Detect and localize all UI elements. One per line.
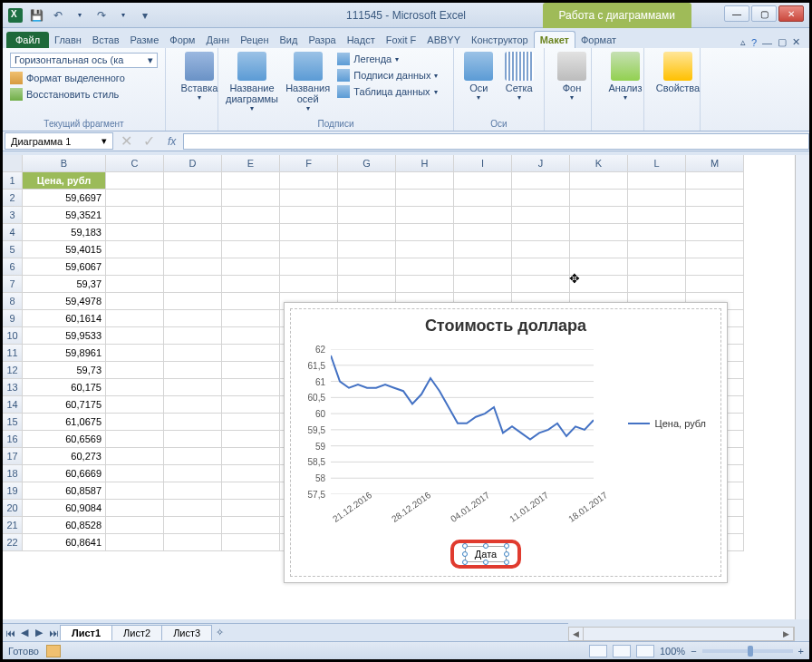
data-labels-button[interactable]: Подписи данных ▾	[337, 68, 446, 83]
cell-D10[interactable]	[164, 327, 222, 345]
workbook-min[interactable]: —	[762, 37, 772, 48]
chart-title[interactable]: Стоимость доллара	[291, 309, 720, 339]
cell-J4[interactable]	[512, 224, 570, 241]
cell-C14[interactable]	[106, 396, 164, 414]
col-header-D[interactable]: D	[164, 155, 222, 172]
cell-J1[interactable]	[512, 172, 570, 190]
tab-abbyy[interactable]: ABBYY	[421, 32, 466, 48]
cell-E12[interactable]	[222, 362, 280, 379]
fx-icon[interactable]: fx	[160, 135, 183, 148]
legend-button[interactable]: Легенда ▾	[337, 52, 446, 66]
chart-title-button[interactable]: Название диаграммы▾	[226, 52, 278, 112]
cell-M4[interactable]	[686, 224, 744, 241]
sheet-tab-3[interactable]: Лист3	[161, 625, 212, 640]
cell-C5[interactable]	[106, 241, 164, 258]
collapse-ribbon-icon[interactable]: ▵	[740, 36, 746, 48]
cell-B19[interactable]: 60,8587	[23, 482, 106, 500]
cell-E10[interactable]	[222, 327, 280, 345]
col-header-G[interactable]: G	[338, 155, 396, 172]
row-header-12[interactable]: 12	[3, 362, 23, 379]
cell-L1[interactable]	[628, 172, 686, 190]
cell-B16[interactable]: 60,6569	[23, 431, 106, 448]
cell-I1[interactable]	[454, 172, 512, 190]
tab-nav-prev[interactable]: ◀	[17, 626, 32, 640]
row-header-20[interactable]: 20	[3, 500, 23, 517]
cell-L5[interactable]	[628, 241, 686, 258]
cell-J3[interactable]	[512, 207, 570, 224]
cell-E17[interactable]	[222, 448, 280, 465]
cell-E18[interactable]	[222, 465, 280, 482]
view-pagebreak[interactable]	[636, 645, 654, 657]
cell-B21[interactable]: 60,8528	[23, 517, 106, 534]
cell-L2[interactable]	[628, 190, 686, 207]
row-header-17[interactable]: 17	[3, 448, 23, 465]
cell-B10[interactable]: 59,9533	[23, 327, 106, 345]
col-header-C[interactable]: C	[106, 155, 164, 172]
cell-M7[interactable]	[686, 276, 744, 293]
formula-input[interactable]	[183, 133, 809, 150]
cell-C12[interactable]	[106, 362, 164, 379]
redo-dropdown[interactable]: ▾	[115, 7, 131, 24]
workbook-max[interactable]: ▢	[778, 36, 787, 48]
cell-C1[interactable]	[106, 172, 164, 190]
row-header-16[interactable]: 16	[3, 431, 23, 448]
properties-button[interactable]: Свойства	[652, 52, 704, 93]
cell-E2[interactable]	[222, 190, 280, 207]
row-header-19[interactable]: 19	[3, 482, 23, 500]
cell-I2[interactable]	[454, 190, 512, 207]
cell-E20[interactable]	[222, 500, 280, 517]
cell-E15[interactable]	[222, 414, 280, 431]
zoom-percent[interactable]: 100%	[660, 646, 685, 657]
chart-element-selector[interactable]: Горизонтальная ось (ка▾	[10, 52, 158, 69]
cell-G4[interactable]	[338, 224, 396, 241]
cell-H7[interactable]	[396, 276, 454, 293]
cell-D8[interactable]	[164, 293, 222, 310]
view-pagelayout[interactable]	[613, 645, 631, 657]
cell-B1[interactable]: Цена, рубл	[23, 172, 106, 190]
cell-L4[interactable]	[628, 224, 686, 241]
cell-C13[interactable]	[106, 379, 164, 396]
format-selection[interactable]: Формат выделенного	[10, 71, 158, 85]
cell-B9[interactable]: 60,1614	[23, 310, 106, 327]
row-header-1[interactable]: 1	[3, 172, 23, 190]
cell-G6[interactable]	[338, 258, 396, 276]
cell-B3[interactable]: 59,3521	[23, 207, 106, 224]
row-header-8[interactable]: 8	[3, 293, 23, 310]
cell-G2[interactable]	[338, 190, 396, 207]
cell-D18[interactable]	[164, 465, 222, 482]
cell-G7[interactable]	[338, 276, 396, 293]
cell-B6[interactable]: 59,6067	[23, 258, 106, 276]
cell-E7[interactable]	[222, 276, 280, 293]
cell-D14[interactable]	[164, 396, 222, 414]
cell-K4[interactable]	[570, 224, 628, 241]
tab-nav-next[interactable]: ▶	[32, 626, 46, 640]
cell-E5[interactable]	[222, 241, 280, 258]
cell-D16[interactable]	[164, 431, 222, 448]
cell-L7[interactable]	[628, 276, 686, 293]
cell-C7[interactable]	[106, 276, 164, 293]
cell-K3[interactable]	[570, 207, 628, 224]
cell-L3[interactable]	[628, 207, 686, 224]
cell-E22[interactable]	[222, 534, 280, 551]
cell-C18[interactable]	[106, 465, 164, 482]
cell-D2[interactable]	[164, 190, 222, 207]
undo-icon[interactable]: ↶	[50, 7, 66, 24]
row-header-9[interactable]: 9	[3, 310, 23, 327]
row-header-11[interactable]: 11	[3, 345, 23, 362]
cell-F3[interactable]	[280, 207, 338, 224]
cell-K5[interactable]	[570, 241, 628, 258]
cell-C22[interactable]	[106, 534, 164, 551]
cell-E19[interactable]	[222, 482, 280, 500]
cell-D3[interactable]	[164, 207, 222, 224]
cell-J7[interactable]	[512, 276, 570, 293]
cell-C19[interactable]	[106, 482, 164, 500]
plot-area[interactable]	[331, 349, 594, 494]
cell-D22[interactable]	[164, 534, 222, 551]
cell-G3[interactable]	[338, 207, 396, 224]
tab-addins[interactable]: Надст	[342, 32, 381, 48]
col-header-E[interactable]: E	[222, 155, 280, 172]
cell-B7[interactable]: 59,37	[23, 276, 106, 293]
cell-H3[interactable]	[396, 207, 454, 224]
cell-B8[interactable]: 59,4978	[23, 293, 106, 310]
cell-B14[interactable]: 60,7175	[23, 396, 106, 414]
